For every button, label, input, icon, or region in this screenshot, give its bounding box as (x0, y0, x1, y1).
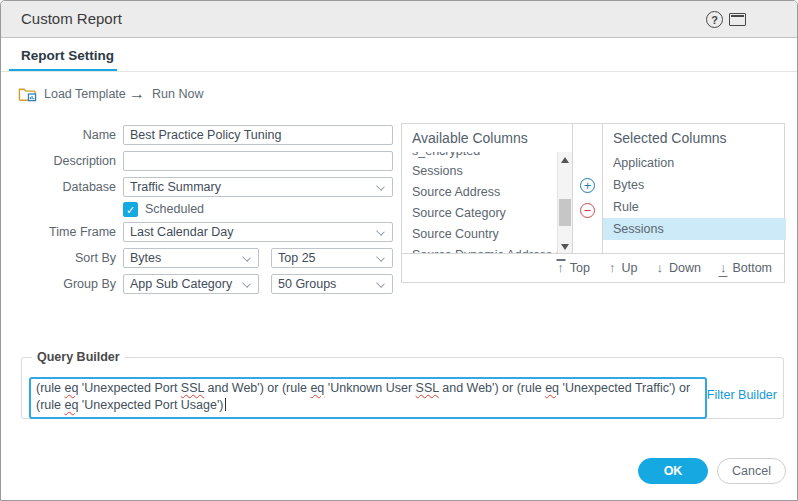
available-columns-list: s_encrypted SessionsSource AddressSource… (402, 152, 558, 255)
move-bottom-icon: ↓ (720, 261, 727, 275)
run-now-icon: → (129, 85, 145, 103)
text-cursor (225, 398, 226, 411)
sort-top-select[interactable]: Top 25 (271, 248, 393, 268)
selected-columns-list: ApplicationBytesRuleSessions (603, 152, 786, 240)
chevron-down-icon (242, 279, 251, 288)
chevron-down-icon (376, 227, 385, 236)
group-count-value: 50 Groups (278, 277, 336, 291)
tab-divider (1, 71, 798, 72)
name-input[interactable] (123, 125, 393, 145)
run-now-button[interactable]: → Run Now (129, 84, 203, 104)
move-up-icon: ↑ (609, 261, 616, 275)
scheduled-checkbox[interactable]: ✓ (123, 202, 138, 217)
available-columns-header: Available Columns (412, 130, 528, 146)
move-down-icon: ↓ (656, 261, 663, 275)
scheduled-label: Scheduled (145, 200, 204, 219)
query-builder-section: Query Builder (rule eq 'Unexpected Port … (21, 350, 784, 419)
description-input[interactable] (123, 151, 393, 171)
time-frame-select[interactable]: Last Calendar Day (123, 222, 393, 242)
scroll-down-icon[interactable] (561, 244, 569, 250)
list-item-clipped[interactable]: s_encrypted (402, 152, 558, 161)
chevron-down-icon (376, 253, 385, 262)
chevron-down-icon (242, 253, 251, 262)
help-icon[interactable]: ? (706, 11, 723, 28)
query-builder-legend: Query Builder (32, 350, 125, 364)
move-down-button[interactable]: ↓ Down (656, 261, 700, 275)
window-icon[interactable] (729, 13, 746, 26)
group-by-value: App Sub Category (130, 277, 232, 291)
minus-icon: − (584, 203, 592, 218)
group-by-select[interactable]: App Sub Category (123, 274, 259, 294)
sort-by-select[interactable]: Bytes (123, 248, 259, 268)
group-count-select[interactable]: 50 Groups (271, 274, 393, 294)
scrollbar[interactable] (557, 152, 572, 255)
list-item[interactable]: Rule (603, 196, 786, 218)
available-items-group: SessionsSource AddressSource CategorySou… (402, 161, 558, 245)
database-select[interactable]: Traffic Summary (123, 177, 393, 197)
sort-by-label: Sort By (1, 248, 116, 268)
chevron-down-icon (376, 279, 385, 288)
database-value: Traffic Summary (130, 180, 221, 194)
move-up-button[interactable]: ↑ Up (609, 261, 637, 275)
cancel-button[interactable]: Cancel (717, 458, 786, 484)
time-frame-value: Last Calendar Day (130, 225, 234, 239)
selected-columns-header: Selected Columns (613, 130, 727, 146)
columns-panel: Available Columns s_encrypted SessionsSo… (401, 123, 785, 283)
list-item[interactable]: Source Category (402, 203, 558, 224)
move-bottom-button[interactable]: ↓ Bottom (720, 261, 772, 275)
name-label: Name (1, 125, 116, 145)
load-template-label: Load Template (44, 87, 126, 101)
ok-button[interactable]: OK (638, 458, 708, 484)
scroll-up-icon[interactable] (561, 157, 569, 163)
list-item[interactable]: Source Country (402, 224, 558, 245)
group-by-label: Group By (1, 274, 116, 294)
chevron-down-icon (376, 182, 385, 191)
help-glyph: ? (711, 14, 718, 26)
plus-icon: + (584, 178, 592, 193)
load-template-icon (18, 86, 37, 102)
database-label: Database (1, 177, 116, 197)
column-order-toolbar: ↑ Top ↑ Up ↓ Down ↓ Bottom (402, 253, 784, 282)
tab-report-setting[interactable]: Report Setting (21, 48, 114, 63)
dialog-titlebar[interactable]: Custom Report ? (1, 1, 798, 38)
time-frame-label: Time Frame (1, 222, 116, 242)
move-top-button[interactable]: ↑ Top (557, 261, 590, 275)
load-template-button[interactable]: Load Template (18, 84, 126, 104)
sort-top-value: Top 25 (278, 251, 316, 265)
scrollbar-thumb[interactable] (559, 199, 571, 226)
move-top-icon: ↑ (557, 261, 564, 275)
selected-columns-panel: Selected Columns ApplicationBytesRuleSes… (602, 124, 786, 255)
run-now-label: Run Now (152, 87, 203, 101)
list-item[interactable]: Bytes (603, 174, 786, 196)
sort-by-value: Bytes (130, 251, 161, 265)
list-item[interactable]: Application (603, 152, 786, 174)
list-item[interactable]: Source Address (402, 182, 558, 203)
available-columns-panel: Available Columns s_encrypted SessionsSo… (402, 124, 573, 255)
list-item[interactable]: Sessions (603, 218, 786, 240)
custom-report-dialog: Custom Report ? Report Setting Load Temp… (0, 0, 798, 501)
description-label: Description (1, 151, 116, 171)
check-icon: ✓ (126, 204, 135, 216)
list-item[interactable]: Sessions (402, 161, 558, 182)
remove-column-button[interactable]: − (580, 203, 595, 218)
add-column-button[interactable]: + (580, 178, 595, 193)
filter-builder-link[interactable]: Filter Builder (707, 388, 777, 402)
dialog-title: Custom Report (21, 1, 122, 37)
query-text: (rule eq 'Unexpected Port SSL and Web') … (36, 381, 690, 412)
query-input[interactable]: (rule eq 'Unexpected Port SSL and Web') … (29, 377, 707, 419)
